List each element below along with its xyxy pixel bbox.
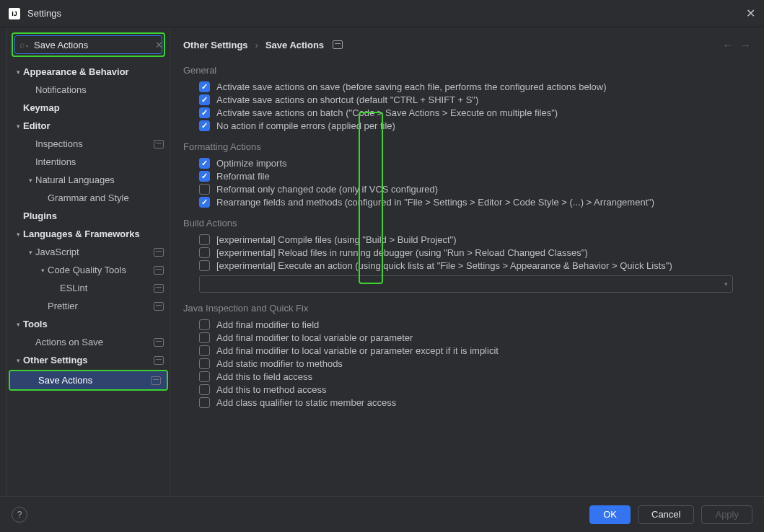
action-combobox[interactable]: ▾ bbox=[199, 275, 733, 293]
tree-item[interactable]: ▾Editor bbox=[7, 117, 170, 135]
tree-item-label: Editor bbox=[23, 120, 164, 131]
chevron-down-icon[interactable]: ▾ bbox=[25, 177, 35, 184]
settings-tree: ▾Appearance & BehaviorNotificationsKeyma… bbox=[7, 61, 170, 496]
tree-item[interactable]: ▾Languages & Frameworks bbox=[7, 225, 170, 243]
close-icon[interactable]: ✕ bbox=[746, 6, 755, 20]
option-label: Activate save actions on shortcut (defau… bbox=[216, 94, 478, 105]
option-row: Activate save actions on batch ("Code > … bbox=[183, 107, 751, 118]
clear-search-icon[interactable]: ✕ bbox=[155, 40, 163, 50]
checkbox[interactable] bbox=[199, 184, 210, 195]
settings-search[interactable]: ⌕▾ ✕ bbox=[14, 35, 162, 54]
checkbox[interactable] bbox=[199, 371, 210, 382]
project-scope-icon bbox=[154, 284, 164, 293]
tree-item-label: JavaScript bbox=[35, 247, 151, 257]
tree-item-label: Prettier bbox=[48, 301, 151, 311]
tree-item[interactable]: Plugins bbox=[7, 207, 170, 225]
option-row: Rearrange fields and methods (configured… bbox=[183, 197, 751, 208]
chevron-down-icon: ▾ bbox=[724, 280, 728, 288]
app-icon: IJ bbox=[9, 8, 20, 19]
breadcrumb-leaf: Save Actions bbox=[265, 40, 324, 50]
checkbox[interactable] bbox=[199, 397, 210, 408]
back-icon[interactable]: ← bbox=[722, 39, 733, 51]
window-title: Settings bbox=[27, 8, 61, 19]
checkbox[interactable] bbox=[199, 345, 210, 356]
chevron-down-icon[interactable]: ▾ bbox=[38, 267, 48, 274]
checkbox[interactable] bbox=[199, 319, 210, 330]
tree-item-label: Plugins bbox=[23, 210, 164, 221]
tree-item[interactable]: Save Actions bbox=[10, 371, 167, 389]
option-label: Reformat file bbox=[216, 171, 270, 182]
tree-item[interactable]: ▾Tools bbox=[7, 315, 170, 333]
option-row: Add final modifier to local variable or … bbox=[183, 332, 751, 343]
checkbox[interactable] bbox=[199, 81, 210, 92]
option-label: Reformat only changed code (only if VCS … bbox=[216, 184, 438, 195]
project-scope-icon bbox=[154, 356, 164, 365]
checkbox[interactable] bbox=[199, 107, 210, 118]
tree-item[interactable]: Intentions bbox=[7, 153, 170, 171]
tree-item[interactable]: Inspections bbox=[7, 135, 170, 153]
checkbox[interactable] bbox=[199, 332, 210, 343]
option-row: Reformat only changed code (only if VCS … bbox=[183, 184, 751, 195]
option-label: Add static modifier to methods bbox=[216, 358, 343, 369]
tree-item[interactable]: ▾Natural Languages bbox=[7, 171, 170, 189]
tree-item-label: Other Settings bbox=[23, 355, 151, 365]
option-row: Add class qualifier to static member acc… bbox=[183, 397, 751, 408]
option-label: Optimize imports bbox=[216, 158, 287, 169]
search-highlight-box: ⌕▾ ✕ bbox=[12, 32, 165, 57]
option-label: Add final modifier to field bbox=[216, 319, 319, 330]
tree-item[interactable]: Keymap bbox=[7, 99, 170, 117]
ok-button[interactable]: OK bbox=[589, 505, 631, 524]
tree-item-label: Actions on Save bbox=[35, 337, 151, 347]
option-row: [experimental] Compile files (using "Bui… bbox=[183, 234, 751, 245]
sidebar: ⌕▾ ✕ ▾Appearance & BehaviorNotifications… bbox=[7, 27, 170, 496]
option-row: No action if compile errors (applied per… bbox=[183, 120, 751, 131]
project-scope-icon bbox=[151, 376, 161, 385]
option-row: [experimental] Reload files in running d… bbox=[183, 247, 751, 258]
breadcrumb-root[interactable]: Other Settings bbox=[183, 40, 248, 50]
project-scope-icon bbox=[154, 302, 164, 311]
help-button[interactable]: ? bbox=[12, 507, 27, 523]
tree-item[interactable]: Notifications bbox=[7, 81, 170, 99]
cancel-button[interactable]: Cancel bbox=[638, 505, 694, 524]
option-label: Activate save actions on batch ("Code > … bbox=[216, 107, 558, 118]
project-scope-icon bbox=[154, 140, 164, 148]
checkbox[interactable] bbox=[199, 260, 210, 271]
checkbox[interactable] bbox=[199, 358, 210, 369]
tree-item[interactable]: ▾Code Quality Tools bbox=[7, 261, 170, 279]
search-input[interactable] bbox=[34, 40, 155, 50]
chevron-down-icon[interactable]: ▾ bbox=[13, 357, 23, 364]
project-scope-icon bbox=[154, 338, 164, 347]
apply-button[interactable]: Apply bbox=[701, 505, 752, 524]
checkbox[interactable] bbox=[199, 94, 210, 105]
tree-item[interactable]: Grammar and Style bbox=[7, 189, 170, 207]
option-label: Activate save actions on save (before sa… bbox=[216, 81, 607, 92]
tree-item[interactable]: Prettier bbox=[7, 297, 170, 315]
section-header: Java Inspection and Quick Fix bbox=[183, 303, 751, 314]
chevron-down-icon[interactable]: ▾ bbox=[13, 123, 23, 130]
tree-item-label: ESLint bbox=[60, 283, 151, 293]
selected-highlight-box: Save Actions bbox=[9, 370, 168, 391]
chevron-down-icon[interactable]: ▾ bbox=[13, 321, 23, 328]
chevron-down-icon[interactable]: ▾ bbox=[25, 249, 35, 256]
checkbox[interactable] bbox=[199, 197, 210, 208]
tree-item-label: Code Quality Tools bbox=[48, 265, 151, 275]
chevron-down-icon[interactable]: ▾ bbox=[13, 231, 23, 238]
tree-item[interactable]: ▾JavaScript bbox=[7, 243, 170, 261]
option-label: No action if compile errors (applied per… bbox=[216, 120, 395, 131]
checkbox[interactable] bbox=[199, 384, 210, 395]
chevron-down-icon[interactable]: ▾ bbox=[13, 68, 23, 76]
checkbox[interactable] bbox=[199, 171, 210, 182]
checkbox[interactable] bbox=[199, 234, 210, 245]
tree-item[interactable]: ▾Appearance & Behavior bbox=[7, 63, 170, 81]
option-row: Add final modifier to local variable or … bbox=[183, 345, 751, 356]
settings-scroll[interactable]: GeneralActivate save actions on save (be… bbox=[170, 62, 764, 496]
tree-item[interactable]: Actions on Save bbox=[7, 333, 170, 351]
checkbox[interactable] bbox=[199, 247, 210, 258]
section-header: Formatting Actions bbox=[183, 141, 751, 152]
checkbox[interactable] bbox=[199, 158, 210, 169]
forward-icon[interactable]: → bbox=[740, 39, 751, 51]
tree-item[interactable]: ESLint bbox=[7, 279, 170, 297]
tree-item[interactable]: ▾Other Settings bbox=[7, 351, 170, 369]
checkbox[interactable] bbox=[199, 120, 210, 131]
option-label: [experimental] Execute an action (using … bbox=[216, 260, 672, 271]
